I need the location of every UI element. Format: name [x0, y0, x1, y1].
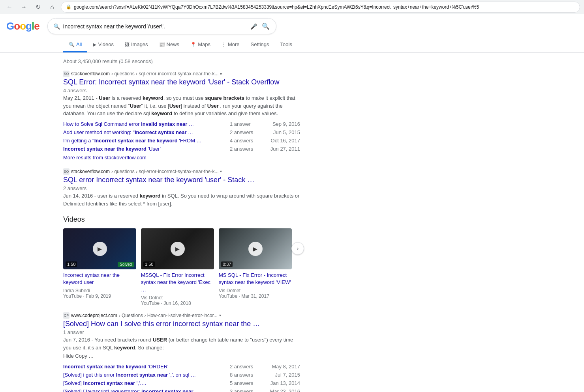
more-results-link-1[interactable]: More results from stackoverflow.com — [63, 155, 300, 161]
related-q-link-4[interactable]: Incorrect syntax near the keyword 'User' — [63, 146, 227, 152]
result-2-favicon: SO — [63, 168, 69, 175]
videos-heading: Videos — [63, 215, 300, 224]
address-bar[interactable]: 🔒 google.com/search?sxsrf=ALeKk02N11KvWf… — [61, 2, 580, 13]
tab-videos[interactable]: ▶ Videos — [87, 37, 119, 52]
result-1-related: How to Solve Sql Command error invalid s… — [63, 120, 300, 153]
images-tab-icon: 🖼 — [125, 42, 130, 47]
related-q-link-2[interactable]: Add user method not working: "Incorrect … — [63, 129, 227, 135]
result-2-snippet: Jun 14, 2016 - user is a reserved keywor… — [63, 192, 300, 207]
related-q-cp-link-2[interactable]: [Solved] i get this error Incorrect synt… — [63, 372, 227, 378]
result-3-title[interactable]: [Solved] How can I solve this error inco… — [63, 320, 260, 328]
tab-more[interactable]: ⋮ More — [216, 37, 245, 52]
related-q-date-1: Sep 9, 2016 — [265, 121, 300, 127]
related-q-row: I'm getting a "Incorrect syntax near the… — [63, 136, 300, 145]
search-result-2: SO stackoverflow.com › questions › sql-e… — [63, 168, 300, 207]
search-results: About 3,450,000 results (0.58 seconds) S… — [0, 53, 300, 392]
result-3-snippet: Jun 7, 2016 - You need brackets round US… — [63, 336, 300, 351]
tab-tools[interactable]: Tools — [275, 37, 298, 52]
tab-videos-label: Videos — [98, 41, 114, 47]
tab-settings[interactable]: Settings — [245, 37, 275, 52]
related-q-link-3[interactable]: I'm getting a "Incorrect syntax near the… — [63, 138, 227, 144]
video-duration-3: 0:37 — [221, 261, 233, 267]
result-1-breadcrumb: › questions › sql-error-incorrect-syntax… — [111, 71, 218, 77]
result-3-source: CP www.codeproject.com › Questions › How… — [63, 312, 300, 319]
video-channel-1: Indra Subedi — [63, 288, 136, 293]
tab-maps[interactable]: 📍 Maps — [185, 37, 216, 52]
video-channel-3: Vis Dotnet — [219, 288, 292, 293]
video-title-3[interactable]: MS SQL - Fix Error - Incorrect syntax ne… — [219, 272, 292, 286]
related-q-cp-link-1[interactable]: Incorrect syntax near the keyword 'ORDER… — [63, 364, 227, 370]
related-q-date-3: Oct 16, 2017 — [265, 138, 300, 144]
video-card-2[interactable]: ▶ 1:50 MSSQL - Fix Error Incorrect synta… — [141, 228, 214, 306]
video-thumbnail-1: ▶ 1:50 Solved — [63, 228, 136, 269]
related-q-cp-answers-2: 8 answers — [230, 372, 261, 378]
result-3-breadcrumb: › Questions › How-can-I-solve-this-error… — [119, 313, 218, 318]
result-3-url: www.codeproject.com — [71, 313, 117, 318]
result-1-title[interactable]: SQL Error: Incorrect syntax near the key… — [63, 78, 279, 86]
related-q-row: Incorrect syntax near the keyword 'ORDER… — [63, 362, 300, 371]
result-3-dropdown[interactable]: ▾ — [219, 313, 221, 317]
reload-button[interactable]: ↻ — [32, 2, 43, 13]
related-q-cp-link-3[interactable]: [Solved] Incorrect syntax near ','.… — [63, 380, 227, 386]
search-prefix-icon: 🔍 — [53, 23, 60, 30]
video-title-1[interactable]: Incorrect syntax near the keyword user — [63, 272, 136, 286]
video-title-2[interactable]: MSSQL - Fix Error Incorrect syntax near … — [141, 272, 214, 293]
search-tabs: 🔍 All ▶ Videos 🖼 Images 📰 News 📍 Maps ⋮ … — [0, 34, 584, 53]
back-button[interactable]: ← — [4, 2, 15, 13]
google-page: Google 🔍 🎤 🔍 🔍 All ▶ Videos 🖼 Images 📰 — [0, 14, 584, 392]
tab-more-label: More — [228, 41, 240, 47]
video-thumbnail-3: ▶ 0:37 — [219, 228, 292, 269]
related-q-cp-date-2: Jul 7, 2015 — [265, 372, 300, 378]
related-q-answers-2: 2 answers — [230, 129, 261, 135]
related-q-date-4: Jun 27, 2011 — [265, 146, 300, 152]
forward-button[interactable]: → — [18, 2, 29, 13]
results-stats: About 3,450,000 results (0.58 seconds) — [63, 56, 300, 71]
result-1-dropdown[interactable]: ▾ — [220, 72, 222, 76]
all-tab-icon: 🔍 — [69, 42, 75, 47]
result-3-hide-copy: Hide Copy … — [63, 352, 300, 360]
result-2-title[interactable]: SQL error Incorrect syntax near the keyw… — [63, 176, 254, 184]
video-duration-2: 1:50 — [143, 261, 155, 267]
result-2-url: stackoverflow.com — [71, 169, 110, 174]
result-1-meta: 4 answers — [63, 88, 300, 93]
video-source-1: YouTube · Feb 9, 2019 — [63, 293, 136, 299]
browser-chrome: ← → ↻ ⌂ 🔒 google.com/search?sxsrf=ALeKk0… — [0, 0, 584, 14]
result-3-favicon: CP — [63, 312, 69, 319]
result-1-favicon: SO — [63, 71, 69, 77]
related-q-date-2: Jun 5, 2015 — [265, 129, 300, 135]
carousel-next-button[interactable]: › — [291, 242, 304, 255]
result-2-dropdown[interactable]: ▾ — [220, 169, 222, 174]
video-play-icon-2: ▶ — [171, 242, 185, 256]
related-q-answers-1: 1 answer — [230, 121, 261, 127]
related-q-row: Incorrect syntax near the keyword 'User'… — [63, 145, 300, 153]
voice-search-button[interactable]: 🎤 — [250, 22, 258, 30]
related-q-cp-link-4[interactable]: [Solved] [Javascript] requesterror: inco… — [63, 388, 227, 392]
news-tab-icon: 📰 — [159, 42, 165, 47]
related-q-link-1[interactable]: How to Solve Sql Command error invalid s… — [63, 121, 227, 127]
video-thumbnail-2: ▶ 1:50 — [141, 228, 214, 269]
tab-tools-label: Tools — [280, 41, 292, 47]
related-q-cp-answers-1: 2 answers — [230, 364, 261, 370]
video-card-3[interactable]: ▶ 0:37 MS SQL - Fix Error - Incorrect sy… — [219, 228, 292, 299]
url-text: google.com/search?sxsrf=ALeKk02N11KvWfYQ… — [74, 4, 479, 10]
video-channel-2: Vis Dotnet — [141, 295, 214, 301]
result-2-source: SO stackoverflow.com › questions › sql-e… — [63, 168, 300, 175]
lock-icon: 🔒 — [66, 4, 71, 9]
search-box: 🔍 🎤 🔍 — [47, 18, 276, 34]
search-submit-button[interactable]: 🔍 — [261, 22, 270, 31]
video-play-icon-3: ▶ — [248, 242, 263, 256]
search-result-1: SO stackoverflow.com › questions › sql-e… — [63, 71, 300, 161]
tab-all[interactable]: 🔍 All — [63, 37, 87, 52]
home-button[interactable]: ⌂ — [47, 2, 58, 13]
related-q-row: [Solved] i get this error Incorrect synt… — [63, 371, 300, 379]
related-q-answers-4: 2 answers — [230, 146, 261, 152]
video-badge-1: Solved — [118, 262, 134, 267]
google-logo: Google — [6, 20, 39, 32]
related-q-row: How to Solve Sql Command error invalid s… — [63, 120, 300, 128]
maps-tab-icon: 📍 — [190, 42, 196, 47]
video-card-1[interactable]: ▶ 1:50 Solved Incorrect syntax near the … — [63, 228, 136, 299]
search-input[interactable] — [63, 23, 246, 30]
tab-news-label: News — [167, 41, 180, 47]
tab-images[interactable]: 🖼 Images — [119, 37, 154, 52]
tab-news[interactable]: 📰 News — [154, 37, 185, 52]
